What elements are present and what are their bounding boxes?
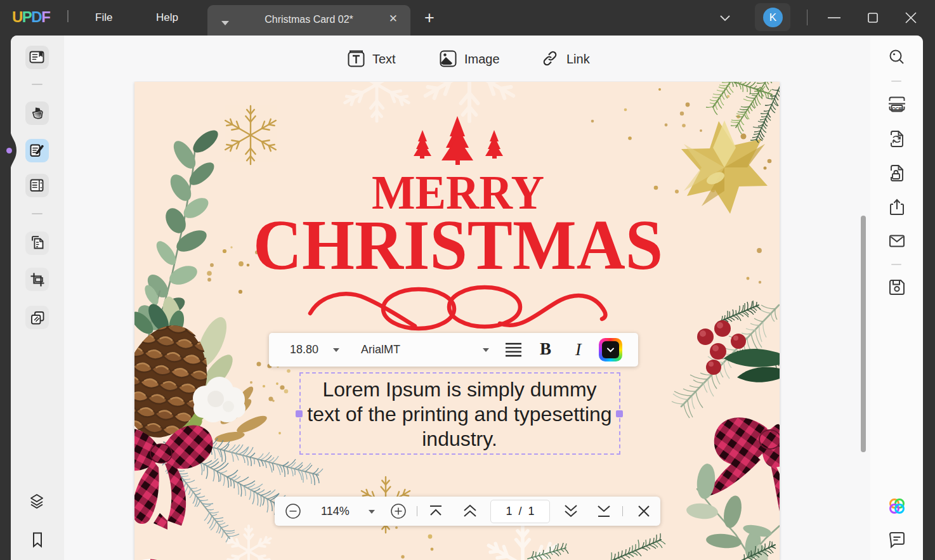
svg-text:CHRISTMAS: CHRISTMAS: [253, 205, 663, 284]
svg-text:OCR: OCR: [892, 107, 902, 111]
